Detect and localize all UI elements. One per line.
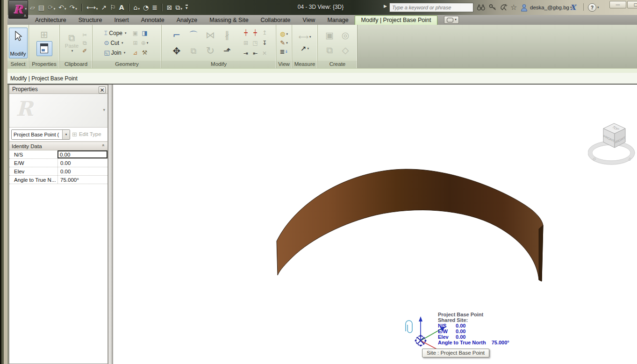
demolish-hammer-icon[interactable]: ⚒: [140, 48, 150, 57]
default-3d-view-button[interactable]: ⌂▾: [134, 4, 140, 11]
tab-massing-site[interactable]: Massing & Site: [203, 15, 254, 25]
override-graphics-button[interactable]: ✎▾: [280, 40, 287, 46]
undo-button[interactable]: ↶▾: [58, 4, 66, 11]
tab-annotate[interactable]: Annotate: [135, 15, 171, 25]
tab-structure[interactable]: Structure: [72, 15, 108, 25]
array-icon[interactable]: ⊞: [241, 38, 251, 48]
tab-insert[interactable]: Insert: [108, 15, 135, 25]
type-selector-dropdown[interactable]: Project Base Point ( ▾: [11, 129, 70, 140]
save-icon[interactable]: ▤: [38, 4, 44, 11]
curved-wall-3d[interactable]: [113, 85, 637, 364]
beam-column-joins-icon[interactable]: ⊞: [131, 38, 140, 48]
unpin-icon[interactable]: ↥: [260, 28, 269, 38]
cope-button[interactable]: ⌶ Cope ▾: [104, 28, 126, 38]
wall-joins-icon[interactable]: ▣: [131, 28, 140, 38]
text-icon[interactable]: A: [119, 4, 124, 11]
ribbon-minimize-toggle[interactable]: ▾: [444, 16, 459, 24]
sync-button[interactable]: ⟳▾: [48, 4, 55, 11]
property-value-input[interactable]: 75.000°: [57, 176, 107, 184]
pin-icon[interactable]: ↧: [260, 38, 269, 48]
redo-button[interactable]: ↷▾: [70, 4, 77, 11]
open-icon[interactable]: ▱: [30, 4, 35, 11]
copy-icon[interactable]: ⧉: [83, 40, 87, 46]
create-assembly-icon[interactable]: ◎: [337, 28, 353, 43]
split-element-icon[interactable]: ┿: [241, 28, 251, 38]
paint-icon[interactable]: ◨: [140, 28, 150, 38]
sign-in-button[interactable]: [489, 3, 497, 12]
create-similar-icon[interactable]: ◇: [337, 43, 353, 58]
infocenter-search[interactable]: [389, 3, 473, 12]
dimension-button[interactable]: ⟷▾: [298, 34, 311, 41]
property-value-input[interactable]: 0.00: [57, 167, 107, 175]
minimize-button[interactable]: —: [609, 1, 626, 8]
drawing-area[interactable]: W S TOP FRONT RIGHT Project Base Point: [113, 85, 637, 364]
customize-qat-icon[interactable]: ▾: [186, 5, 188, 10]
tab-architecture[interactable]: Architecture: [29, 15, 72, 25]
section-icon[interactable]: ◔: [143, 4, 149, 11]
property-value-input[interactable]: 0.00: [57, 159, 107, 167]
collapse-chevron-icon[interactable]: »: [101, 144, 106, 147]
close-hidden-windows-icon[interactable]: ⊠: [167, 4, 172, 11]
identity-data-section-header[interactable]: Identity Data »: [9, 142, 107, 150]
switch-windows-button[interactable]: ⧉▾: [176, 4, 183, 11]
move-icon[interactable]: ✥: [168, 43, 185, 59]
copy-icon[interactable]: ⧉: [185, 43, 202, 59]
rotate-icon[interactable]: ↻: [202, 43, 219, 59]
wall-surface[interactable]: [277, 169, 543, 281]
align-icon[interactable]: ⌐: [168, 27, 185, 43]
tab-collaborate[interactable]: Collaborate: [255, 15, 297, 25]
user-account-button[interactable]: deska_@gbg.bg ▾: [521, 3, 572, 12]
tab-modify-project-base-point[interactable]: Modify | Project Base Point: [355, 15, 438, 25]
tag-icon[interactable]: ⚐: [110, 4, 116, 11]
aligned-dimension-button[interactable]: ⟷▾: [86, 4, 98, 11]
communication-center-button[interactable]: [500, 3, 508, 12]
property-value-input[interactable]: 0.00: [57, 150, 107, 158]
cut-geometry-button[interactable]: ⊙ Cut ▾: [104, 38, 123, 48]
palette-title-bar[interactable]: Properties ✕: [9, 85, 107, 94]
tab-analyze[interactable]: Analyze: [171, 15, 203, 25]
measure-distance-button[interactable]: ↗▾: [301, 45, 309, 52]
mirror-pick-axis-icon[interactable]: ⋈: [202, 27, 219, 43]
help-button[interactable]: ? ▾: [588, 3, 599, 12]
trim-extend-corner-icon[interactable]: ⬏: [219, 43, 236, 59]
match-type-icon[interactable]: ✐: [82, 48, 87, 54]
properties-palette-toggle-button[interactable]: [36, 41, 52, 56]
paperclip-icon[interactable]: [406, 321, 412, 333]
palette-splitter[interactable]: [108, 85, 113, 364]
measure-icon[interactable]: ↗: [101, 4, 107, 11]
join-geometry-button[interactable]: ◱ Join ▾: [104, 48, 125, 57]
create-parts-icon[interactable]: ▣: [322, 28, 337, 43]
chevron-down-icon[interactable]: ▾: [103, 108, 105, 112]
close-icon[interactable]: ✕: [99, 86, 106, 93]
favorites-button[interactable]: ☆: [510, 3, 517, 12]
mirror-draw-axis-icon[interactable]: ∦: [219, 27, 236, 43]
search-input[interactable]: [390, 3, 473, 12]
modify-tool-button[interactable]: Modify: [9, 28, 28, 58]
unjoin-geometry-button[interactable]: ⊕▾: [140, 38, 150, 48]
edit-type-button[interactable]: ⊞ Edit Type: [72, 129, 107, 139]
offset-icon[interactable]: ⌒: [185, 27, 202, 43]
user-icon: [521, 4, 528, 12]
scale-icon[interactable]: ◳: [251, 38, 260, 48]
hide-elements-button[interactable]: ◍▾: [280, 31, 288, 37]
thin-lines-icon[interactable]: ≣: [152, 4, 157, 11]
search-button[interactable]: [477, 3, 486, 12]
delete-icon[interactable]: ✕: [260, 48, 269, 58]
cut-icon[interactable]: ✂: [82, 32, 87, 38]
create-group-icon[interactable]: ⧉: [322, 43, 337, 58]
trim-extend-multiple-icon[interactable]: ⇤: [251, 48, 260, 58]
split-face-icon[interactable]: ⊿: [131, 48, 140, 57]
infocenter-arrow-icon[interactable]: ▶: [384, 4, 387, 8]
linework-button[interactable]: ≣⇓: [280, 49, 288, 55]
tab-manage[interactable]: Manage: [321, 15, 354, 25]
maximize-button[interactable]: ▢: [627, 1, 637, 8]
split-with-gap-icon[interactable]: ┿: [251, 28, 260, 38]
tab-view[interactable]: View: [297, 15, 322, 25]
exchange-apps-button[interactable]: X: [570, 3, 576, 12]
type-properties-icon[interactable]: ⊞: [40, 30, 48, 39]
paste-button[interactable]: ⧉ Paste ▾: [65, 33, 79, 53]
viewcube[interactable]: W S TOP FRONT RIGHT: [588, 118, 637, 167]
application-menu-button[interactable]: R ▾ A: [8, 0, 28, 19]
trim-extend-single-icon[interactable]: ⇥: [241, 48, 251, 58]
chevron-down-icon[interactable]: ▾: [62, 130, 70, 139]
